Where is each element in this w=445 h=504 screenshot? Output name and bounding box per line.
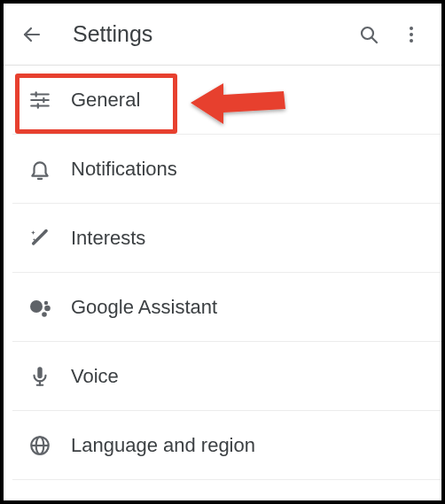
list-item-label: Notifications <box>71 158 177 181</box>
list-item-language-region[interactable]: Language and region <box>12 411 441 480</box>
magic-wand-icon <box>18 227 62 250</box>
list-item-label: Google Assistant <box>71 296 217 319</box>
mic-icon <box>18 365 62 388</box>
list-item-google-assistant[interactable]: Google Assistant <box>12 273 441 342</box>
list-item-label: Language and region <box>71 434 255 457</box>
search-icon <box>358 24 379 45</box>
svg-point-4 <box>410 33 413 36</box>
list-item-notifications[interactable]: Notifications <box>12 135 441 204</box>
svg-point-15 <box>44 300 48 304</box>
page-title: Settings <box>73 21 347 47</box>
settings-list: General Notifications Interests <box>4 66 441 480</box>
globe-icon <box>18 434 62 457</box>
svg-point-16 <box>44 305 51 311</box>
list-item-interests[interactable]: Interests <box>12 204 441 273</box>
svg-point-5 <box>410 39 413 43</box>
svg-point-14 <box>30 300 43 313</box>
back-button[interactable] <box>12 15 51 54</box>
list-item-label: Voice <box>71 365 119 388</box>
list-item-label: Interests <box>71 227 145 250</box>
svg-line-2 <box>371 37 377 43</box>
list-item-label: General <box>71 89 140 112</box>
svg-point-3 <box>410 27 413 30</box>
bell-icon <box>18 158 62 181</box>
list-item-voice[interactable]: Voice <box>12 342 441 411</box>
more-vert-icon <box>401 24 422 45</box>
search-button[interactable] <box>347 13 390 56</box>
assistant-icon <box>18 295 62 320</box>
list-item-general[interactable]: General <box>12 66 441 135</box>
tune-icon <box>18 89 62 112</box>
svg-rect-18 <box>37 367 42 378</box>
back-arrow-icon <box>21 24 43 45</box>
app-header: Settings <box>4 4 441 66</box>
svg-point-17 <box>42 312 47 317</box>
overflow-menu-button[interactable] <box>390 13 433 56</box>
